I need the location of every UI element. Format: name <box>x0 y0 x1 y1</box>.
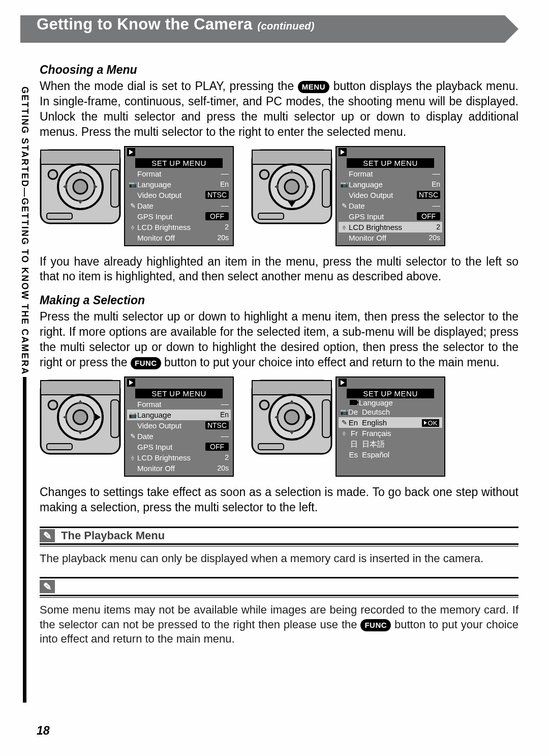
lcd-row-label: Monitor Off <box>136 464 205 472</box>
lcd-row: GPS Input OFF <box>127 442 231 452</box>
svg-rect-13 <box>252 150 331 164</box>
lcd-row-label: LCD Brightness <box>136 223 205 231</box>
row-icon: ⎀ <box>129 454 136 461</box>
figure-row-2: SET UP MENU Format –– 📷 Language En Vide… <box>40 376 518 477</box>
figure-1a: SET UP MENU Format –– 📷 Language En Vide… <box>40 146 234 246</box>
lcd-row: ⎀ LCD Brightness 2 <box>127 222 231 232</box>
note-body-playback: The playback menu can only be displayed … <box>40 551 518 566</box>
lcd-row-value: NTSC <box>205 421 229 429</box>
svg-point-29 <box>73 410 87 424</box>
para-choosing-2: If you have already highlighted an item … <box>40 254 518 285</box>
lcd-row-value: OFF <box>205 212 229 220</box>
lcd-row-value: 20s <box>417 234 440 241</box>
lcd-row: Format –– <box>339 168 442 179</box>
row-icon: ✎ <box>129 433 136 440</box>
lcd-row-label: Language <box>348 181 417 188</box>
lcd-row: Format –– <box>127 399 231 410</box>
svg-rect-39 <box>252 381 331 395</box>
svg-rect-35 <box>47 444 72 450</box>
para-making-2: Changes to settings take effect as soon … <box>40 485 518 515</box>
play-tab-icon <box>127 148 135 156</box>
lang-label: Español <box>361 451 421 458</box>
lcd-row: GPS Input OFF <box>339 211 442 222</box>
lcd-screen-language: SET UP MENULanguage 📷 De Deutsch ✎ En En… <box>336 376 445 477</box>
row-icon: 📷 <box>341 409 348 415</box>
lcd-row-label: GPS Input <box>136 443 205 451</box>
lcd-row-value: NTSC <box>205 191 229 199</box>
row-icon: 📷 <box>129 181 136 188</box>
lcd-subheading: Language <box>339 399 442 406</box>
row-icon: ✎ <box>341 202 348 209</box>
rule <box>40 546 518 546</box>
row-icon: ⎀ <box>341 224 348 230</box>
lcd-row-label: Format <box>136 400 205 408</box>
lang-label: English <box>361 419 421 426</box>
lcd-row-value: NTSC <box>417 191 440 199</box>
play-tab-icon <box>339 379 347 387</box>
lcd-lang-row: ⎀ Fr Français <box>339 428 442 439</box>
side-tab-label: GETTING STARTED—GETTING TO KNOW THE CAME… <box>19 86 30 375</box>
lcd-row-label: GPS Input <box>348 213 417 220</box>
lcd-row-label: Language <box>136 181 205 188</box>
menu-button-badge: MENU <box>298 81 329 93</box>
note-separator: ✎ <box>40 577 518 598</box>
text: button to put your choice into effect an… <box>164 356 499 369</box>
svg-rect-11 <box>111 169 119 207</box>
lcd-row: Format –– <box>127 168 231 179</box>
lcd-lang-row: Es Español <box>339 449 442 460</box>
svg-rect-26 <box>41 381 120 395</box>
heading-choosing-menu: Choosing a Menu <box>40 63 518 77</box>
figure-2a: SET UP MENU Format –– 📷 Language En Vide… <box>40 376 234 477</box>
lcd-row: 📷 Language En <box>127 179 231 190</box>
lcd-title: SET UP MENU <box>135 389 223 398</box>
lcd-row-value: En <box>205 181 229 188</box>
camera-illustration <box>251 376 332 458</box>
func-button-badge: FUNC <box>360 619 391 631</box>
svg-rect-48 <box>258 444 284 450</box>
lang-code: 日 <box>348 440 361 448</box>
svg-rect-49 <box>322 400 330 438</box>
lcd-row-value: –– <box>417 170 440 177</box>
lang-code: De <box>348 408 361 416</box>
camera-illustration <box>40 376 121 458</box>
pencil-note-icon: ✎ <box>40 580 55 593</box>
lcd-row-label: GPS Input <box>136 213 205 220</box>
row-icon: ⎀ <box>341 430 348 437</box>
svg-rect-1 <box>41 150 120 164</box>
lcd-row-value: 20s <box>205 234 229 241</box>
svg-point-16 <box>285 180 299 194</box>
lcd-row-label: Video Output <box>136 422 205 429</box>
lcd-row: Monitor Off 20s <box>339 232 442 243</box>
lcd-row-value: 2 <box>205 454 229 461</box>
lcd-row-label: Video Output <box>136 191 205 199</box>
lcd-row-label: Language <box>136 411 205 419</box>
lcd-row-value: –– <box>205 432 229 440</box>
lcd-row: GPS Input OFF <box>127 211 231 222</box>
svg-point-34 <box>48 400 57 410</box>
lcd-row-value: 2 <box>205 223 229 230</box>
row-icon: 📷 <box>341 181 348 188</box>
lcd-lang-row: ✎ En English OK <box>339 417 442 428</box>
lcd-row: 📷 Language En <box>127 410 231 420</box>
lcd-row: ⎀ LCD Brightness 2 <box>339 222 442 232</box>
figure-2b: SET UP MENULanguage 📷 De Deutsch ✎ En En… <box>251 376 445 477</box>
lcd-lang-row: 日 日本語 <box>339 439 442 449</box>
lcd-row: Monitor Off 20s <box>127 463 231 474</box>
page-number: 18 <box>37 724 50 738</box>
svg-point-21 <box>260 170 269 179</box>
lcd-sub-label: Language <box>359 399 393 406</box>
row-icon: ⎀ <box>129 224 136 230</box>
play-tab-icon <box>127 379 135 387</box>
flag-icon <box>350 400 357 405</box>
para-choosing-1: When the mode dial is set to PLAY, press… <box>40 79 518 140</box>
lcd-row-label: LCD Brightness <box>348 223 417 231</box>
lcd-row: Video Output NTSC <box>339 190 442 200</box>
para-making-1: Press the multi selector up or down to h… <box>40 309 518 370</box>
lcd-row-label: Date <box>136 202 205 210</box>
banner-title: Getting to Know the Camera <box>37 15 253 34</box>
lcd-row-value: –– <box>205 400 229 408</box>
lang-code: Fr <box>348 429 361 437</box>
lcd-row-label: Monitor Off <box>136 234 205 242</box>
lang-code: En <box>348 419 361 426</box>
note-body-warning: Some menu items may not be available whi… <box>40 603 518 647</box>
